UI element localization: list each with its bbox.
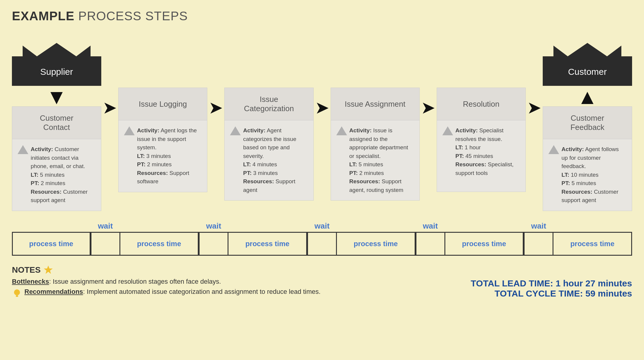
notes-header-row: NOTES <box>12 265 321 275</box>
activity-label-3: Activity: <box>349 127 372 134</box>
triangle-3 <box>336 126 347 135</box>
step-block-5: Customer Feedback Activity: Agent follow… <box>543 106 632 211</box>
lt-label-5: LT: <box>561 172 569 178</box>
tl-seg-1: process time <box>12 217 91 256</box>
step-detail-3: Activity: Issue is assigned to the appro… <box>331 120 420 201</box>
step-header-label-3: Issue Assignment <box>345 100 405 109</box>
tl-wait-box-2 <box>199 232 228 256</box>
lt-val-3: 5 minutes <box>357 161 383 167</box>
step-detail-4: Activity: Specialist resolves the issue.… <box>437 120 526 192</box>
pt-label-2: PT: <box>243 170 252 176</box>
detail-text-0: Activity: Customer initiates contact via… <box>31 145 96 205</box>
tl-wait-spacer-4 <box>337 217 416 232</box>
title-bold: EXAMPLE <box>12 9 74 23</box>
flow-arrow-3: ➤ <box>314 99 331 116</box>
step-block-1: Issue Logging Activity: Agent logs the i… <box>118 88 207 192</box>
step-block-2: Issue Categorization Activity: Agent cat… <box>224 88 313 201</box>
flow-arrow-4: ➤ <box>420 99 437 116</box>
step-header-3: Issue Assignment <box>331 88 420 120</box>
tl-wait-label-3: wait <box>315 217 330 232</box>
recommendation-label: Recommendations: Implement automated iss… <box>24 288 321 296</box>
step-header-label-5: Customer Feedback <box>570 114 604 132</box>
tl-process-label-3: process time <box>245 240 290 248</box>
tl-process-box-1: process time <box>12 232 91 256</box>
tl-wait-spacer-5 <box>445 217 524 232</box>
tl-wait-box-4 <box>416 232 445 256</box>
tl-seg-4: process time <box>337 217 416 256</box>
tl-bracket-r-2 <box>222 232 228 256</box>
page: EXAMPLE PROCESS STEPS Supplier Customer <box>0 0 644 360</box>
tl-wait-box-5 <box>524 232 553 256</box>
svg-point-1 <box>14 289 20 295</box>
lt-label-0: LT: <box>31 172 38 178</box>
tl-bracket-r-4 <box>439 232 445 256</box>
activity-label-1: Activity: <box>137 127 159 134</box>
tl-bracket-l-3 <box>307 232 314 256</box>
flow-arrow-2: ➤ <box>207 99 224 116</box>
svg-marker-0 <box>44 266 53 274</box>
bottleneck-label: Bottlenecks: Issue assignment and resolu… <box>12 278 221 285</box>
detail-triangle-5: Activity: Agent follows up for customer … <box>548 145 626 205</box>
tl-wait-seg-5: wait <box>524 217 553 256</box>
lt-val-4: 1 hour <box>463 144 481 150</box>
main-content: Supplier Customer ▼ Customer Contact <box>12 32 632 211</box>
detail-triangle-3: Activity: Issue is assigned to the appro… <box>336 126 414 194</box>
tl-wait-spacer-1 <box>12 217 91 232</box>
resources-label-3: Resources: <box>349 178 380 184</box>
tl-process-label-5: process time <box>462 240 506 248</box>
step-detail-5: Activity: Agent follows up for customer … <box>543 139 632 211</box>
lt-val-0: 5 minutes <box>38 172 65 178</box>
notes-section: NOTES Bottlenecks: Issue assignment and … <box>12 265 632 299</box>
tl-wait-box-1 <box>91 232 120 256</box>
activity-label-4: Activity: <box>455 127 478 134</box>
detail-triangle-0: Activity: Customer initiates contact via… <box>18 145 96 205</box>
activity-label-5: Activity: <box>561 146 584 152</box>
pt-val-1: 2 minutes <box>146 161 172 167</box>
customer-entity: Customer <box>543 32 632 86</box>
tl-wait-spacer-2 <box>120 217 199 232</box>
resources-label-5: Resources: <box>561 189 592 195</box>
step-block-4: Resolution Activity: Specialist resolves… <box>437 88 526 192</box>
tl-bracket-m-4 <box>422 232 439 256</box>
supplier-label: Supplier <box>40 67 73 77</box>
tl-bracket-m-1 <box>97 232 114 256</box>
tl-seg-5: process time <box>445 217 524 256</box>
tl-seg-2: process time <box>120 217 199 256</box>
lt-label-2: LT: <box>243 161 251 167</box>
detail-text-2: Activity: Agent categorizes the issue ba… <box>243 126 308 194</box>
step-block-0: Customer Contact Activity: Customer init… <box>12 106 101 211</box>
step-header-4: Resolution <box>437 88 526 120</box>
pt-val-5: 5 minutes <box>570 180 596 186</box>
tl-wait-spacer-3 <box>228 217 307 232</box>
notes-title: NOTES <box>12 265 41 275</box>
triangle-0 <box>18 145 28 154</box>
step-detail-0: Activity: Customer initiates contact via… <box>12 139 101 211</box>
total-lead-time-row: TOTAL LEAD TIME: 1 hour 27 minutes <box>471 278 632 288</box>
tl-seg-6: process time <box>553 217 632 256</box>
recommendation-underline: Recommendations <box>24 288 83 295</box>
bottleneck-text: : Issue assignment and resolution stages… <box>49 278 221 285</box>
resources-label-2: Resources: <box>243 178 274 184</box>
flow-arrow-5: ➤ <box>526 99 543 116</box>
pt-val-4: 45 minutes <box>464 153 493 159</box>
supplier-factory-icon: Supplier <box>12 32 101 86</box>
tl-wait-spacer-6 <box>553 217 632 232</box>
tl-process-label-2: process time <box>137 240 181 248</box>
supplier-arrow-col: ▼ Customer Contact Activity: Customer in… <box>12 88 101 211</box>
total-lead-time-val: 1 hour 27 minutes <box>553 278 632 288</box>
tl-bracket-r-5 <box>547 232 553 256</box>
tl-wait-box-3 <box>307 232 337 256</box>
tl-seg-3: process time <box>228 217 307 256</box>
lt-label-1: LT: <box>137 153 145 159</box>
flow-arrow-1: ➤ <box>101 99 118 116</box>
customer-label: Customer <box>568 67 607 77</box>
lt-label-3: LT: <box>349 161 357 167</box>
step-header-label-2: Issue Categorization <box>244 95 294 113</box>
detail-triangle-4: Activity: Specialist resolves the issue.… <box>442 126 520 177</box>
step-detail-1: Activity: Agent logs the issue in the su… <box>118 120 207 192</box>
detail-text-3: Activity: Issue is assigned to the appro… <box>349 126 414 194</box>
svg-rect-2 <box>16 295 18 297</box>
pt-val-2: 3 minutes <box>252 170 278 176</box>
triangle-2 <box>230 126 241 135</box>
detail-triangle-1: Activity: Agent logs the issue in the su… <box>124 126 202 186</box>
